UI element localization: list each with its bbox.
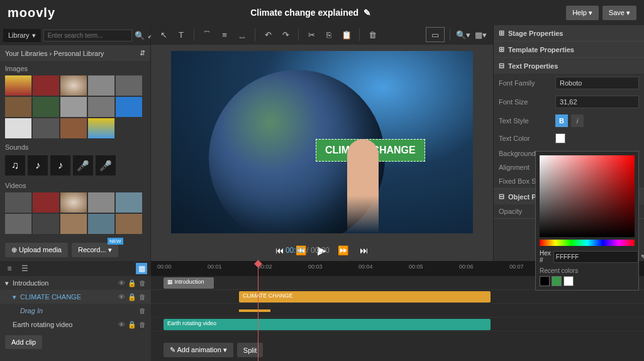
recent-color-swatch[interactable] bbox=[540, 276, 550, 286]
align-bottom-icon[interactable]: ⎵ bbox=[235, 27, 250, 42]
italic-button[interactable]: i bbox=[571, 114, 584, 127]
sound-tile[interactable]: ♪ bbox=[28, 155, 48, 175]
pointer-tool-icon[interactable]: ↖ bbox=[156, 27, 171, 42]
layer-introduction[interactable]: ▾ Introduction 👁🔒🗑 bbox=[0, 276, 151, 290]
hex-input[interactable] bbox=[553, 251, 638, 263]
sound-tile[interactable]: ♪ bbox=[50, 155, 70, 175]
image-thumb[interactable] bbox=[116, 97, 142, 117]
video-thumb[interactable] bbox=[5, 192, 31, 213]
bold-button[interactable]: B bbox=[555, 114, 568, 127]
layer-earth-video[interactable]: Earth rotating video 👁🔒🗑 bbox=[0, 318, 151, 331]
breadcrumb[interactable]: Your Libraries › Personal Library ⇵ bbox=[0, 45, 150, 61]
font-family-select[interactable] bbox=[555, 77, 639, 89]
hue-slider[interactable] bbox=[540, 240, 635, 246]
copy-icon[interactable]: ⎘ bbox=[321, 27, 336, 42]
split-button[interactable]: Split bbox=[237, 343, 263, 357]
lock-icon[interactable]: 🔒 bbox=[128, 279, 136, 287]
skip-start-icon[interactable]: ⏮ bbox=[275, 245, 284, 255]
video-thumb[interactable] bbox=[5, 214, 31, 234]
upload-media-button[interactable]: ⊕ Upload media bbox=[5, 243, 68, 257]
text-color-swatch[interactable] bbox=[555, 133, 565, 143]
sound-tile[interactable]: 🎤 bbox=[73, 155, 93, 175]
animation-segment[interactable] bbox=[239, 309, 270, 312]
visibility-icon[interactable]: 👁 bbox=[118, 321, 125, 329]
record-button[interactable]: Record... ▾ NEW bbox=[72, 243, 118, 257]
zoom-dropdown[interactable]: 🔍▾ bbox=[455, 27, 470, 42]
clip-earth-video[interactable]: Earth rotating video bbox=[164, 319, 491, 330]
playhead[interactable] bbox=[258, 261, 258, 361]
timeline-list-icon[interactable]: ☰ bbox=[19, 263, 30, 274]
video-thumb[interactable] bbox=[116, 214, 142, 234]
image-thumb[interactable] bbox=[60, 118, 87, 138]
redo-icon[interactable]: ↷ bbox=[278, 27, 293, 42]
visibility-icon[interactable]: 👁 bbox=[118, 279, 125, 287]
align-top-icon[interactable]: ⎴ bbox=[199, 27, 214, 42]
text-props-header[interactable]: ⊟Text Properties bbox=[494, 58, 644, 74]
color-picker-area[interactable] bbox=[540, 155, 635, 237]
text-tool-icon[interactable]: T bbox=[174, 27, 189, 42]
trash-icon[interactable]: 🗑 bbox=[139, 321, 146, 329]
search-input[interactable] bbox=[43, 30, 132, 42]
sound-tile[interactable]: ♫ bbox=[5, 155, 25, 175]
image-thumb[interactable] bbox=[33, 75, 59, 96]
skip-end-icon[interactable]: ⏭ bbox=[360, 245, 369, 255]
image-thumb[interactable] bbox=[33, 118, 59, 138]
image-thumb[interactable] bbox=[5, 75, 31, 96]
lock-icon[interactable]: 🔒 bbox=[128, 293, 136, 301]
image-thumb[interactable] bbox=[88, 118, 114, 138]
clip-introduction[interactable]: ▦ Introduction bbox=[164, 277, 214, 289]
sound-tile[interactable]: 🎤 bbox=[96, 155, 116, 175]
app-logo: moovly bbox=[8, 6, 55, 20]
search-icon[interactable]: 🔍 bbox=[135, 28, 145, 42]
video-thumb[interactable] bbox=[60, 192, 87, 213]
eyedropper-icon[interactable]: ✎ bbox=[641, 253, 644, 260]
trash-icon[interactable]: 🗑 bbox=[139, 293, 146, 301]
edit-title-icon[interactable]: ✎ bbox=[364, 8, 371, 18]
video-thumb[interactable] bbox=[33, 192, 59, 213]
recent-color-swatch[interactable] bbox=[564, 276, 574, 286]
save-button[interactable]: Save ▾ bbox=[602, 6, 636, 20]
lock-icon[interactable]: 🔒 bbox=[128, 321, 136, 329]
recent-color-swatch[interactable] bbox=[552, 276, 562, 286]
delete-icon[interactable]: 🗑 bbox=[365, 27, 380, 42]
trash-icon[interactable]: 🗑 bbox=[139, 279, 146, 287]
image-thumb[interactable] bbox=[5, 97, 31, 117]
image-thumb[interactable] bbox=[116, 75, 142, 96]
stage-props-header[interactable]: ⊞Stage Properties bbox=[494, 25, 644, 41]
image-thumb[interactable] bbox=[60, 75, 87, 96]
video-thumb[interactable] bbox=[116, 192, 142, 213]
align-middle-icon[interactable]: ≡ bbox=[217, 27, 232, 42]
video-thumb[interactable] bbox=[60, 214, 87, 234]
image-thumb[interactable] bbox=[5, 118, 31, 138]
video-thumb[interactable] bbox=[33, 214, 59, 234]
add-clip-button[interactable]: Add clip bbox=[5, 335, 42, 349]
help-button[interactable]: Help ▾ bbox=[566, 6, 599, 20]
properties-panel: ⊞Stage Properties ⊞Template Properties ⊟… bbox=[493, 25, 644, 261]
library-button[interactable]: Library ▾ bbox=[3, 29, 41, 42]
cut-icon[interactable]: ✂ bbox=[304, 27, 319, 42]
grid-dropdown[interactable]: ▦▾ bbox=[473, 27, 488, 42]
video-thumb[interactable] bbox=[88, 214, 114, 234]
timeline-menu-icon[interactable]: ≡ bbox=[4, 263, 15, 274]
image-thumb[interactable] bbox=[88, 75, 114, 96]
subtitle-icon[interactable]: ▭ bbox=[426, 27, 445, 42]
trash-icon[interactable]: 🗑 bbox=[139, 307, 146, 314]
image-thumb[interactable] bbox=[88, 97, 114, 117]
layer-climate-change[interactable]: ▾ CLIMATE CHANGE 👁🔒🗑 bbox=[0, 290, 151, 304]
forward-icon[interactable]: ⏩ bbox=[338, 245, 348, 255]
add-animation-button[interactable]: ✎ Add animation ▾ bbox=[164, 343, 233, 357]
layer-drag-in[interactable]: Drag In 🗑 bbox=[0, 304, 151, 318]
stage-canvas[interactable]: CLIMATE CHANGE bbox=[171, 51, 473, 233]
video-thumb[interactable] bbox=[88, 192, 114, 213]
font-size-input[interactable] bbox=[555, 96, 639, 108]
visibility-icon[interactable]: 👁 bbox=[118, 293, 125, 301]
image-thumb[interactable] bbox=[60, 97, 87, 117]
template-props-header[interactable]: ⊞Template Properties bbox=[494, 42, 644, 57]
undo-icon[interactable]: ↶ bbox=[260, 27, 275, 42]
color-picker-popup: Hex # ✎ Recent colors bbox=[535, 151, 639, 291]
hex-label: Hex # bbox=[540, 250, 551, 264]
clip-climate-change[interactable]: CLIMATE CHANGE bbox=[239, 291, 491, 303]
paste-icon[interactable]: 📋 bbox=[339, 27, 354, 42]
image-thumb[interactable] bbox=[33, 97, 59, 117]
timeline-view-icon[interactable]: ▦ bbox=[136, 263, 147, 274]
